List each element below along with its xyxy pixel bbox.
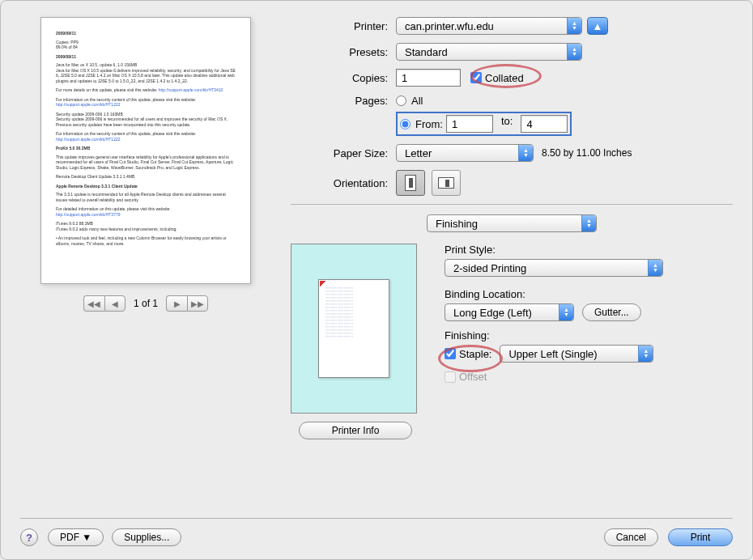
pdf-menu-button[interactable]: PDF ▼ xyxy=(48,528,104,546)
binding-label: Binding Location: xyxy=(445,288,733,300)
binding-value: Long Edge (Left) xyxy=(453,307,532,319)
printer-select[interactable]: can.printer.wfu.edu ▲▼ xyxy=(396,17,582,35)
copies-label: Copies: xyxy=(291,72,396,84)
binding-select[interactable]: Long Edge (Left) ▲▼ xyxy=(445,303,574,321)
staple-position-select[interactable]: Upper Left (Single) ▲▼ xyxy=(500,345,653,363)
pages-to-label: to: xyxy=(501,115,513,133)
orientation-portrait-button[interactable] xyxy=(396,170,425,196)
collated-checkbox[interactable]: Collated xyxy=(470,72,524,84)
help-icon: ? xyxy=(26,532,32,544)
finishing-label: Finishing: xyxy=(445,329,733,342)
pager-last-button[interactable]: ▶▶ xyxy=(187,295,208,312)
pages-all-radio[interactable]: All xyxy=(396,95,572,107)
staple-label: Staple: xyxy=(459,348,491,360)
bottom-divider xyxy=(20,518,733,519)
help-button[interactable]: ? xyxy=(20,528,38,546)
pages-from-input[interactable] xyxy=(446,115,493,133)
gutter-button[interactable]: Gutter... xyxy=(582,303,641,321)
copies-input[interactable] xyxy=(396,69,461,87)
staple-checkbox-input[interactable] xyxy=(445,348,456,359)
select-arrows-icon: ▲▼ xyxy=(638,346,653,362)
presets-label: Presets: xyxy=(291,46,396,58)
preview-page: 2009/09/11 Copies: PP989.0% of 84 2009/0… xyxy=(40,17,251,284)
printer-select-value: can.printer.wfu.edu xyxy=(405,20,494,32)
finishing-preview: ::::::::::::::::::::::::::::::::::::::::… xyxy=(291,244,417,414)
orientation-landscape-button[interactable] xyxy=(432,170,461,196)
print-style-select[interactable]: 2-sided Printing ▲▼ xyxy=(445,259,663,277)
print-style-value: 2-sided Printing xyxy=(453,262,526,274)
select-arrows-icon: ▲▼ xyxy=(648,260,662,276)
select-arrows-icon: ▲▼ xyxy=(518,145,533,161)
offset-checkbox-input[interactable] xyxy=(445,371,456,383)
collated-checkbox-input[interactable] xyxy=(470,72,482,83)
pages-from-label: From: xyxy=(415,118,443,130)
select-arrows-icon: ▲▼ xyxy=(559,304,573,320)
select-arrows-icon: ▲▼ xyxy=(581,215,596,231)
triangle-up-icon: ▲ xyxy=(593,20,603,32)
print-button[interactable]: Print xyxy=(668,528,733,546)
section-select[interactable]: Finishing ▲▼ xyxy=(427,214,597,232)
divider xyxy=(291,204,733,205)
paper-size-value: Letter xyxy=(405,147,432,159)
supplies-button[interactable]: Supplies... xyxy=(112,528,181,546)
printer-label: Printer: xyxy=(291,20,396,32)
settings-column: Printer: can.printer.wfu.edu ▲▼ ▲ Preset… xyxy=(291,17,733,470)
pager-label: 1 of 1 xyxy=(134,298,158,309)
collapse-toggle-button[interactable]: ▲ xyxy=(587,17,608,35)
offset-label: Offset xyxy=(459,371,487,383)
paper-size-select[interactable]: Letter ▲▼ xyxy=(396,144,534,162)
pages-label: Pages: xyxy=(291,95,396,107)
presets-select-value: Standard xyxy=(405,46,448,58)
preview-pager: ◀◀ ◀ 1 of 1 ▶ ▶▶ xyxy=(20,295,271,312)
cancel-button[interactable]: Cancel xyxy=(604,528,658,546)
printer-info-button[interactable]: Printer Info xyxy=(299,422,412,439)
preview-column: 2009/09/11 Copies: PP989.0% of 84 2009/0… xyxy=(20,17,271,470)
pager-next-button[interactable]: ▶ xyxy=(166,295,187,312)
offset-checkbox[interactable]: Offset xyxy=(445,371,487,383)
staple-position-value: Upper Left (Single) xyxy=(508,348,597,360)
pages-to-input[interactable] xyxy=(521,115,568,133)
select-arrows-icon: ▲▼ xyxy=(567,44,581,60)
finishing-preview-page: ::::::::::::::::::::::::::::::::::::::::… xyxy=(318,279,389,378)
orientation-label: Orientation: xyxy=(291,177,396,189)
pager-prev-button[interactable]: ◀ xyxy=(104,295,126,312)
print-style-label: Print Style: xyxy=(445,244,733,256)
pages-range-group: From: to: xyxy=(396,112,572,136)
section-select-value: Finishing xyxy=(436,218,478,230)
collated-label: Collated xyxy=(485,72,524,84)
paper-size-label: Paper Size: xyxy=(291,147,396,159)
landscape-icon xyxy=(438,177,454,189)
portrait-icon xyxy=(405,175,416,191)
presets-select[interactable]: Standard ▲▼ xyxy=(396,43,582,61)
staple-checkbox[interactable]: Staple: xyxy=(445,348,491,360)
select-arrows-icon: ▲▼ xyxy=(567,18,581,34)
pages-all-label: All xyxy=(411,95,423,107)
paper-dimensions: 8.50 by 11.00 Inches xyxy=(542,147,632,159)
pages-from-radio[interactable]: From: xyxy=(400,115,443,133)
pager-first-button[interactable]: ◀◀ xyxy=(83,295,104,312)
